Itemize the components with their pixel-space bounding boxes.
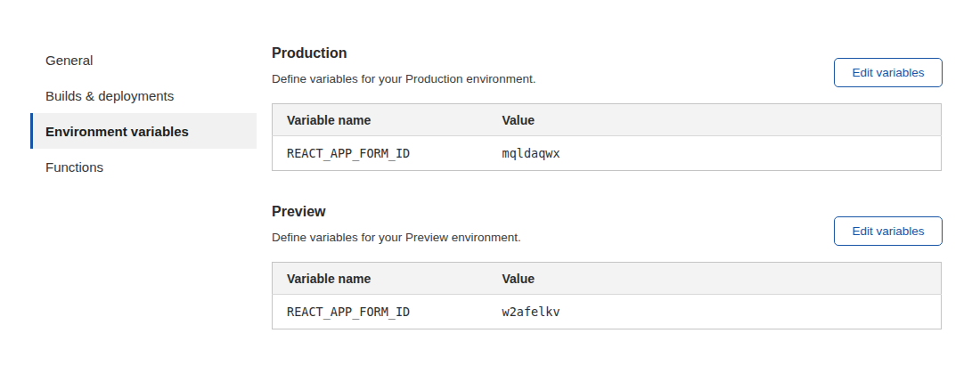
variable-value-cell: w2afelkv (488, 295, 942, 329)
column-header-value: Value (488, 263, 942, 295)
table-header-row: Variable name Value (273, 104, 942, 136)
preview-variables-table: Variable name Value REACT_APP_FORM_ID w2… (272, 262, 942, 329)
variable-value-cell: mqldaqwx (488, 136, 942, 171)
sidebar-item-environment-variables[interactable]: Environment variables (30, 113, 257, 149)
settings-sidebar: General Builds & deployments Environment… (30, 42, 257, 184)
environment-variables-settings-page: General Builds & deployments Environment… (0, 0, 980, 374)
sidebar-item-builds-deployments[interactable]: Builds & deployments (30, 77, 257, 113)
edit-variables-button-production[interactable]: Edit variables (834, 58, 943, 87)
variable-name-cell: REACT_APP_FORM_ID (273, 295, 488, 329)
production-section-description: Define variables for your Production env… (272, 72, 535, 86)
sidebar-item-general[interactable]: General (30, 42, 257, 77)
production-section-title: Production (272, 45, 347, 61)
sidebar-item-functions[interactable]: Functions (30, 149, 257, 184)
sidebar-item-label: Builds & deployments (45, 88, 174, 103)
column-header-variable-name: Variable name (273, 263, 488, 295)
sidebar-item-label: Functions (45, 159, 103, 175)
preview-section-title: Preview (272, 203, 325, 220)
table-header-row: Variable name Value (273, 263, 942, 295)
production-variables-table: Variable name Value REACT_APP_FORM_ID mq… (272, 103, 942, 171)
column-header-variable-name: Variable name (273, 104, 488, 136)
column-header-value: Value (488, 104, 942, 136)
table-row: REACT_APP_FORM_ID w2afelkv (273, 295, 942, 329)
sidebar-item-label: Environment variables (45, 124, 189, 139)
table-row: REACT_APP_FORM_ID mqldaqwx (273, 136, 942, 171)
preview-section-description: Define variables for your Preview enviro… (272, 231, 521, 245)
sidebar-item-label: General (45, 53, 93, 68)
edit-variables-button-preview[interactable]: Edit variables (834, 216, 943, 246)
variable-name-cell: REACT_APP_FORM_ID (273, 136, 488, 171)
